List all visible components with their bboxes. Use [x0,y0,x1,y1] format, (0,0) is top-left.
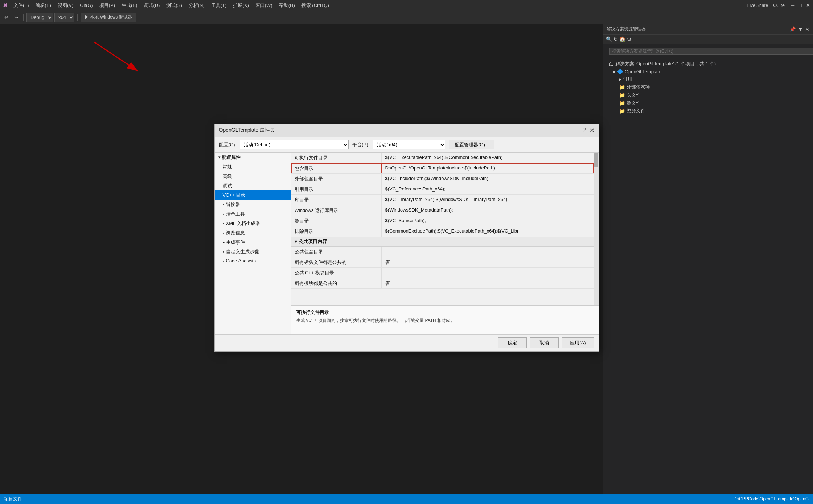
ext-icon: 📁 [619,84,625,90]
props-val-include[interactable]: D:\OpenGL\OpenGLTemplate\include;$(Inclu… [382,163,594,173]
dialog-title-actions: ? ✕ [583,127,594,134]
nav-code-analysis[interactable]: ▸ Code Analysis [215,257,291,265]
solution-icon: 🗂 [609,61,614,67]
dialog-cancel-btn[interactable]: 取消 [530,337,559,348]
config-manager-btn[interactable]: 配置管理器(O)... [449,140,494,149]
nav-browse[interactable]: ▸ 浏览信息 [215,228,291,238]
status-left: 项目文件 [4,496,22,502]
solution-explorer-toolbar: 🔍 ↻ 🏠 ⚙ [603,35,813,44]
props-val-winlib[interactable]: $(WindowsSDK_MetadataPath); [382,205,594,216]
solution-explorer-panel: 解决方案资源管理器 📌 ▼ ✕ 🔍 ↻ 🏠 ⚙ 🗂 解决方案 'OpenGLTe… [603,24,813,504]
panel-close[interactable]: ✕ [805,26,809,32]
status-project-label: 项目文件 [4,496,22,502]
live-share-btn[interactable]: Live Share [747,3,768,8]
dialog-config-select[interactable]: 活动(Debug) [240,140,349,149]
arch-dropdown[interactable]: x64 [54,13,74,22]
se-refresh-btn[interactable]: ↻ [613,36,618,42]
dialog-apply-btn[interactable]: 应用(A) [562,337,594,348]
tree-headers[interactable]: 📁 头文件 [603,91,813,99]
menu-test[interactable]: 测试(S) [163,1,185,9]
toolbar-separator-1 [23,14,24,21]
toolbar-redo[interactable]: ↪ [12,14,20,21]
nav-xml[interactable]: ▸ XML 文档生成器 [215,219,291,228]
tree-references[interactable]: ▸ 引用 [603,75,813,83]
dialog-footer: 确定 取消 应用(A) [215,334,599,351]
se-search-input[interactable] [609,48,813,55]
props-val-exclude[interactable]: $(CommonExcludePath);$(VC_ExecutablePath… [382,226,594,237]
toolbar-undo[interactable]: ↩ [2,14,11,21]
props-row-pub-include: 公共包含目录 [291,247,594,257]
tree-resources[interactable]: 📁 资源文件 [603,107,813,115]
nav-general[interactable]: 常规 [215,162,291,172]
menu-build[interactable]: 生成(B) [119,1,140,9]
dialog-ok-btn[interactable]: 确定 [498,337,527,348]
props-key-winlib: Windows 运行库目录 [291,205,382,216]
solution-explorer-titlebar: 解决方案资源管理器 📌 ▼ ✕ [603,24,813,35]
panel-pin[interactable]: 📌 [789,26,796,32]
status-bar: 项目文件 D:\CPPCode\OpenGLTemplate\OpenG [0,494,813,504]
public-section-header: ▾ 公共项目内容 [291,237,594,247]
menu-project[interactable]: 项目(P) [97,1,118,9]
props-val-ref[interactable]: $(VC_ReferencesPath_x64); [382,184,594,194]
tree-sources[interactable]: 📁 源文件 [603,99,813,107]
menu-window[interactable]: 窗口(W) [252,1,275,9]
nav-config-props[interactable]: ▾ 配置属性 [215,153,291,162]
props-val-ext-include[interactable]: $(VC_IncludePath);$(WindowsSDK_IncludePa… [382,174,594,184]
tree-external-deps[interactable]: 📁 外部依赖项 [603,83,813,91]
dialog-titlebar: OpenGLTemplate 属性页 ? ✕ [215,124,599,137]
props-row-winlib: Windows 运行库目录 $(WindowsSDK_MetadataPath)… [291,205,594,216]
nav-debug[interactable]: 调试 [215,181,291,190]
svg-line-1 [94,42,138,71]
app-logo: ✖ [3,2,8,9]
props-val-exe[interactable]: $(VC_ExecutablePath_x64);$(CommonExecuta… [382,153,594,163]
menu-extensions[interactable]: 扩展(X) [230,1,251,9]
menu-edit[interactable]: 编辑(E) [33,1,54,9]
menu-tools[interactable]: 工具(T) [208,1,230,9]
nav-advanced[interactable]: 高级 [215,172,291,181]
se-home-btn[interactable]: 🏠 [619,36,625,42]
props-scrollbar[interactable] [594,153,599,305]
ref-icon: ▸ [619,76,621,82]
hdr-icon: 📁 [619,92,625,98]
nav-vc-dirs[interactable]: VC++ 目录 [215,190,291,200]
menu-help[interactable]: 帮助(H) [276,1,298,9]
window-minimize[interactable]: ─ [791,3,794,8]
panel-collapse[interactable]: ▼ [798,26,803,32]
config-label: 配置(C): [219,142,237,148]
menu-view[interactable]: 视图(V) [55,1,76,9]
props-val-pub-include[interactable] [382,247,594,257]
menu-debug[interactable]: 调试(D) [141,1,163,9]
nav-custom-build[interactable]: ▸ 自定义生成步骤 [215,247,291,257]
props-row-ext-include: 外部包含目录 $(VC_IncludePath);$(WindowsSDK_In… [291,174,594,184]
dialog-close-btn[interactable]: ✕ [590,127,594,134]
props-key-exe: 可执行文件目录 [291,153,382,163]
menu-git[interactable]: Git(G) [77,2,95,9]
props-key-ref: 引用目录 [291,184,382,194]
props-val-all-headers[interactable]: 否 [382,257,594,267]
props-and-scroll: 可执行文件目录 $(VC_ExecutablePath_x64);$(Commo… [291,153,599,305]
status-right: D:\CPPCode\OpenGLTemplate\OpenG [734,496,809,501]
props-val-src[interactable]: $(VC_SourcePath); [382,216,594,226]
dialog-platform-select[interactable]: 活动(x64) [373,140,445,149]
dialog-help-icon[interactable]: ? [583,127,586,134]
props-val-all-modules[interactable]: 否 [382,278,594,288]
props-val-lib[interactable]: $(VC_LibraryPath_x64);$(WindowsSDK_Libra… [382,195,594,205]
props-key-pub-include: 公共包含目录 [291,247,382,257]
se-search-btn[interactable]: 🔍 [606,36,612,42]
menu-file[interactable]: 文件(F) [11,1,32,9]
window-maximize[interactable]: □ [799,3,802,8]
props-val-cpp-module[interactable] [382,268,594,278]
run-button[interactable]: ▶ 本地 Windows 调试器 [81,13,136,22]
toolbar: ↩ ↪ Debug x64 ▶ 本地 Windows 调试器 [0,11,813,24]
tree-solution[interactable]: 🗂 解决方案 'OpenGLTemplate' (1 个项目，共 1 个) [603,60,813,68]
props-key-all-modules: 所有模块都是公共的 [291,278,382,288]
tree-project[interactable]: ▸ 🔷 OpenGLTemplate [603,68,813,75]
nav-linker[interactable]: ▸ 链接器 [215,200,291,209]
se-settings-btn[interactable]: ⚙ [627,36,632,42]
menu-analyze[interactable]: 分析(N) [186,1,208,9]
nav-manifest[interactable]: ▸ 清单工具 [215,209,291,219]
menu-search[interactable]: 搜索 (Ctrl+Q) [299,1,332,9]
window-close[interactable]: ✕ [806,3,810,8]
config-dropdown[interactable]: Debug [26,13,53,22]
nav-build-events[interactable]: ▸ 生成事件 [215,238,291,247]
